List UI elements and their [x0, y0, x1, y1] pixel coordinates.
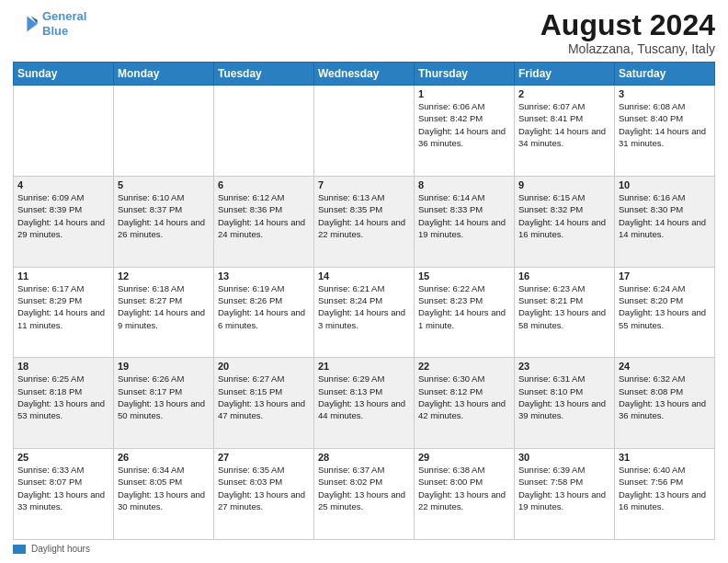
day-info: Sunrise: 6:40 AM Sunset: 7:56 PM Dayligh…: [619, 464, 711, 512]
day-number: 9: [518, 179, 610, 190]
day-number: 7: [318, 179, 410, 190]
day-info: Sunrise: 6:30 AM Sunset: 8:12 PM Dayligh…: [418, 373, 510, 421]
day-number: 11: [17, 270, 109, 282]
calendar-header-row: SundayMondayTuesdayWednesdayThursdayFrid…: [14, 63, 715, 86]
calendar-cell: 21Sunrise: 6:29 AM Sunset: 8:13 PM Dayli…: [314, 358, 415, 449]
calendar-cell: 28Sunrise: 6:37 AM Sunset: 8:02 PM Dayli…: [314, 449, 415, 540]
day-info: Sunrise: 6:31 AM Sunset: 8:10 PM Dayligh…: [518, 373, 610, 421]
day-number: 5: [118, 179, 210, 190]
day-info: Sunrise: 6:14 AM Sunset: 8:33 PM Dayligh…: [418, 191, 510, 240]
logo-icon: [13, 11, 39, 37]
calendar-header-saturday: Saturday: [615, 63, 715, 86]
day-info: Sunrise: 6:07 AM Sunset: 8:41 PM Dayligh…: [518, 100, 610, 149]
calendar-cell: 16Sunrise: 6:23 AM Sunset: 8:21 PM Dayli…: [515, 267, 615, 358]
calendar-cell: 4Sunrise: 6:09 AM Sunset: 8:39 PM Daylig…: [14, 176, 114, 267]
logo: General Blue: [13, 9, 86, 38]
calendar-week-row: 25Sunrise: 6:33 AM Sunset: 8:07 PM Dayli…: [14, 449, 715, 540]
calendar-week-row: 18Sunrise: 6:25 AM Sunset: 8:18 PM Dayli…: [14, 358, 715, 449]
day-number: 15: [418, 270, 510, 282]
day-info: Sunrise: 6:21 AM Sunset: 8:24 PM Dayligh…: [318, 282, 410, 331]
day-number: 20: [218, 361, 310, 372]
day-info: Sunrise: 6:09 AM Sunset: 8:39 PM Dayligh…: [17, 191, 109, 240]
day-info: Sunrise: 6:26 AM Sunset: 8:17 PM Dayligh…: [118, 373, 210, 421]
day-number: 22: [418, 361, 510, 372]
day-number: 26: [118, 452, 210, 463]
day-info: Sunrise: 6:08 AM Sunset: 8:40 PM Dayligh…: [619, 100, 711, 149]
day-info: Sunrise: 6:22 AM Sunset: 8:23 PM Dayligh…: [418, 282, 510, 331]
calendar-header-friday: Friday: [515, 63, 615, 86]
day-info: Sunrise: 6:17 AM Sunset: 8:29 PM Dayligh…: [17, 282, 109, 331]
day-number: 3: [619, 88, 711, 99]
calendar-cell: 10Sunrise: 6:16 AM Sunset: 8:30 PM Dayli…: [615, 176, 715, 267]
calendar-cell: 1Sunrise: 6:06 AM Sunset: 8:42 PM Daylig…: [415, 86, 515, 177]
day-number: 1: [418, 88, 510, 99]
calendar-header-monday: Monday: [114, 63, 214, 86]
day-number: 24: [619, 361, 711, 372]
calendar-cell: 22Sunrise: 6:30 AM Sunset: 8:12 PM Dayli…: [415, 358, 515, 449]
day-info: Sunrise: 6:15 AM Sunset: 8:32 PM Dayligh…: [518, 191, 610, 240]
day-number: 30: [518, 452, 610, 463]
day-number: 21: [318, 361, 410, 372]
day-info: Sunrise: 6:12 AM Sunset: 8:36 PM Dayligh…: [218, 191, 310, 240]
day-info: Sunrise: 6:39 AM Sunset: 7:58 PM Dayligh…: [518, 464, 610, 512]
calendar-cell: 12Sunrise: 6:18 AM Sunset: 8:27 PM Dayli…: [114, 267, 214, 358]
calendar-cell: 25Sunrise: 6:33 AM Sunset: 8:07 PM Dayli…: [14, 449, 114, 540]
calendar-cell: 17Sunrise: 6:24 AM Sunset: 8:20 PM Dayli…: [615, 267, 715, 358]
calendar-cell: 5Sunrise: 6:10 AM Sunset: 8:37 PM Daylig…: [114, 176, 214, 267]
calendar-cell: 18Sunrise: 6:25 AM Sunset: 8:18 PM Dayli…: [14, 358, 114, 449]
calendar-cell: 19Sunrise: 6:26 AM Sunset: 8:17 PM Dayli…: [114, 358, 214, 449]
day-info: Sunrise: 6:18 AM Sunset: 8:27 PM Dayligh…: [118, 282, 210, 331]
day-number: 28: [318, 452, 410, 463]
day-info: Sunrise: 6:24 AM Sunset: 8:20 PM Dayligh…: [619, 282, 711, 331]
day-number: 31: [619, 452, 711, 463]
day-number: 10: [619, 179, 711, 190]
calendar-cell: 6Sunrise: 6:12 AM Sunset: 8:36 PM Daylig…: [214, 176, 314, 267]
calendar-cell: 2Sunrise: 6:07 AM Sunset: 8:41 PM Daylig…: [515, 86, 615, 177]
day-number: 16: [518, 270, 610, 282]
calendar-cell: [214, 86, 314, 177]
calendar-cell: 11Sunrise: 6:17 AM Sunset: 8:29 PM Dayli…: [14, 267, 114, 358]
calendar-table: SundayMondayTuesdayWednesdayThursdayFrid…: [13, 62, 715, 540]
day-info: Sunrise: 6:25 AM Sunset: 8:18 PM Dayligh…: [17, 373, 109, 421]
calendar-cell: [114, 86, 214, 177]
calendar-cell: 23Sunrise: 6:31 AM Sunset: 8:10 PM Dayli…: [515, 358, 615, 449]
page: General Blue August 2024 Molazzana, Tusc…: [0, 0, 728, 563]
day-info: Sunrise: 6:19 AM Sunset: 8:26 PM Dayligh…: [218, 282, 310, 331]
day-info: Sunrise: 6:10 AM Sunset: 8:37 PM Dayligh…: [118, 191, 210, 240]
day-info: Sunrise: 6:37 AM Sunset: 8:02 PM Dayligh…: [318, 464, 410, 512]
calendar-cell: 7Sunrise: 6:13 AM Sunset: 8:35 PM Daylig…: [314, 176, 415, 267]
calendar-cell: [14, 86, 114, 177]
calendar-header-thursday: Thursday: [415, 63, 515, 86]
calendar-week-row: 1Sunrise: 6:06 AM Sunset: 8:42 PM Daylig…: [14, 86, 715, 177]
calendar-cell: 31Sunrise: 6:40 AM Sunset: 7:56 PM Dayli…: [615, 449, 715, 540]
calendar-cell: 29Sunrise: 6:38 AM Sunset: 8:00 PM Dayli…: [415, 449, 515, 540]
day-info: Sunrise: 6:33 AM Sunset: 8:07 PM Dayligh…: [17, 464, 109, 512]
calendar-cell: 3Sunrise: 6:08 AM Sunset: 8:40 PM Daylig…: [615, 86, 715, 177]
day-info: Sunrise: 6:32 AM Sunset: 8:08 PM Dayligh…: [619, 373, 711, 421]
calendar-cell: [314, 86, 415, 177]
day-number: 25: [17, 452, 109, 463]
day-info: Sunrise: 6:29 AM Sunset: 8:13 PM Dayligh…: [318, 373, 410, 421]
day-number: 13: [218, 270, 310, 282]
calendar-header-tuesday: Tuesday: [214, 63, 314, 86]
calendar-cell: 13Sunrise: 6:19 AM Sunset: 8:26 PM Dayli…: [214, 267, 314, 358]
day-number: 4: [17, 179, 109, 190]
day-number: 17: [619, 270, 711, 282]
calendar-header-sunday: Sunday: [14, 63, 114, 86]
calendar-week-row: 4Sunrise: 6:09 AM Sunset: 8:39 PM Daylig…: [14, 176, 715, 267]
day-number: 12: [118, 270, 210, 282]
calendar-cell: 27Sunrise: 6:35 AM Sunset: 8:03 PM Dayli…: [214, 449, 314, 540]
day-info: Sunrise: 6:16 AM Sunset: 8:30 PM Dayligh…: [619, 191, 711, 240]
calendar-cell: 15Sunrise: 6:22 AM Sunset: 8:23 PM Dayli…: [415, 267, 515, 358]
footer-label: Daylight hours: [31, 544, 90, 554]
footer: Daylight hours: [13, 544, 715, 554]
main-title: August 2024: [540, 9, 715, 41]
calendar-cell: 14Sunrise: 6:21 AM Sunset: 8:24 PM Dayli…: [314, 267, 415, 358]
day-number: 14: [318, 270, 410, 282]
footer-color-box: [13, 545, 26, 554]
day-number: 27: [218, 452, 310, 463]
day-info: Sunrise: 6:23 AM Sunset: 8:21 PM Dayligh…: [518, 282, 610, 331]
logo-text: General Blue: [42, 9, 86, 38]
subtitle: Molazzana, Tuscany, Italy: [540, 41, 715, 56]
logo-line1: General: [42, 9, 86, 23]
